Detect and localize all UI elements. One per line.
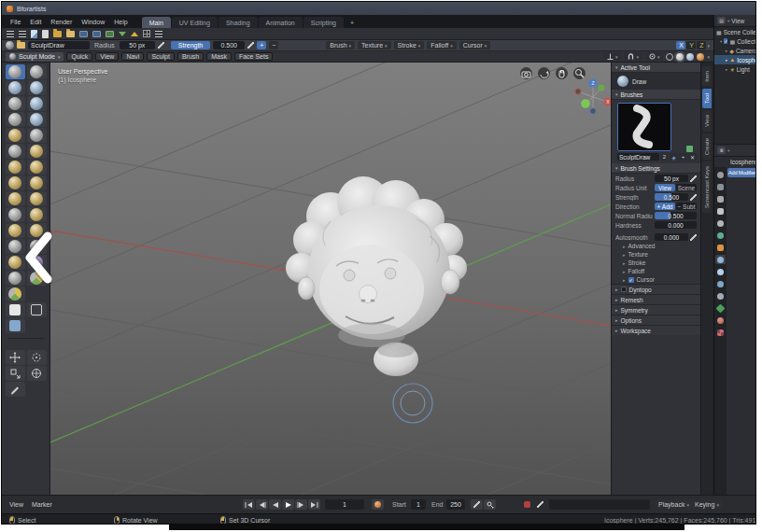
- save-file-icon[interactable]: [79, 31, 88, 37]
- brush-users-count[interactable]: 2: [660, 153, 669, 161]
- brush-draw[interactable]: [6, 64, 25, 79]
- camera-expand-icon[interactable]: ▸: [726, 49, 727, 53]
- overflow-menu-icon[interactable]: [155, 31, 162, 37]
- properties-tab-view-layer[interactable]: [715, 206, 726, 216]
- brush-clay[interactable]: [6, 80, 25, 95]
- brush-flatten[interactable]: [6, 144, 25, 159]
- active-tool-brush[interactable]: Draw: [612, 73, 700, 90]
- cursor-subsection[interactable]: ✓Cursor: [612, 275, 700, 284]
- sidebar-tab-create[interactable]: Create: [702, 133, 712, 160]
- hardness-field[interactable]: 0.000: [655, 221, 697, 229]
- orbit-view-button[interactable]: [538, 67, 550, 79]
- sidebar-tab-view[interactable]: View: [702, 110, 712, 132]
- brush-preview-image[interactable]: [617, 103, 671, 151]
- sidebar-tab-screencast-keys[interactable]: Screencast Keys: [702, 161, 712, 213]
- open-file-icon[interactable]: [42, 30, 49, 38]
- editor-dropdown-icon[interactable]: ▾: [727, 19, 729, 23]
- outliner-editor-icon[interactable]: ▤: [717, 17, 726, 24]
- radius-pressure-icon[interactable]: [158, 42, 164, 49]
- workspace-tab-uv-editing[interactable]: UV Editing: [172, 17, 218, 28]
- brush-pinch[interactable]: [6, 175, 25, 190]
- cursor-checkbox[interactable]: ✓: [628, 277, 634, 283]
- file-menu-icon[interactable]: [19, 31, 26, 37]
- play-reverse-button[interactable]: [269, 499, 281, 510]
- properties-tab-world[interactable]: [715, 231, 726, 240]
- texture-menu[interactable]: Texture: [358, 41, 390, 49]
- camera-view-button[interactable]: [520, 67, 532, 79]
- sidebar-tab-tool[interactable]: Tool: [702, 89, 712, 108]
- export-icon[interactable]: [131, 32, 138, 36]
- symmetry-z-toggle[interactable]: Z: [697, 41, 706, 49]
- tab-mask[interactable]: Mask: [206, 52, 232, 61]
- tool-rotate[interactable]: [27, 350, 47, 365]
- solid-shading-icon[interactable]: [676, 53, 684, 61]
- brush-elastic-deform[interactable]: [6, 191, 25, 206]
- workspace-section-header[interactable]: Workspace: [612, 325, 700, 335]
- wireframe-shading-icon[interactable]: [666, 53, 673, 61]
- strength-slider[interactable]: Strength: [171, 41, 210, 49]
- properties-tab-object[interactable]: [715, 243, 726, 252]
- tool-scale[interactable]: [6, 366, 25, 381]
- symmetry-x-toggle[interactable]: X: [676, 41, 685, 49]
- outliner-light[interactable]: ▸ ☀ Light: [714, 64, 756, 74]
- tool-annotate[interactable]: [6, 382, 25, 397]
- timeline-view-menu[interactable]: View: [9, 501, 23, 508]
- autosmooth-pressure-icon[interactable]: [690, 234, 697, 241]
- active-tool-section-header[interactable]: Active Tool: [612, 63, 700, 73]
- tool-transform[interactable]: [27, 366, 47, 381]
- properties-tab-material[interactable]: [715, 315, 726, 325]
- sidebar-tab-item[interactable]: Item: [702, 66, 712, 87]
- mode-selector[interactable]: Sculpt Mode: [6, 52, 64, 62]
- workspace-tab-shading[interactable]: Shading: [219, 17, 258, 28]
- radius-pressure-icon[interactable]: [690, 175, 697, 182]
- tool-color-filter[interactable]: [6, 287, 25, 301]
- previous-keyframe-button[interactable]: [256, 499, 268, 510]
- cursor-menu[interactable]: Cursor: [459, 41, 491, 49]
- properties-tab-render[interactable]: [715, 182, 726, 191]
- keying-set-edit-button[interactable]: [534, 499, 546, 510]
- collection-expand-icon[interactable]: ▾: [720, 39, 722, 44]
- pan-view-button[interactable]: [556, 67, 568, 79]
- import-icon[interactable]: [119, 32, 126, 36]
- outliner-scene-collection[interactable]: ▦ Scene Collection: [714, 27, 756, 36]
- outliner-icosphere[interactable]: ▸ ▲ Icosphere: [714, 55, 756, 64]
- workspace-tab-main[interactable]: Main: [142, 17, 171, 28]
- gizmo-y-neg-axis[interactable]: [581, 99, 590, 108]
- brushes-section-header[interactable]: Brushes: [612, 90, 700, 100]
- brush-name-field[interactable]: SculptDraw: [28, 41, 90, 49]
- brush-id-name-field[interactable]: SculptDraw: [617, 153, 659, 161]
- radius-field[interactable]: 50 px: [120, 41, 155, 49]
- menu-window[interactable]: Window: [77, 19, 109, 25]
- strength-pressure-icon[interactable]: [690, 194, 697, 201]
- brush-settings-section-header[interactable]: Brush Settings: [612, 163, 700, 174]
- dyntopo-section-header[interactable]: Dyntopo: [612, 284, 700, 294]
- falloff-menu[interactable]: Falloff: [427, 41, 456, 49]
- dyntopo-checkbox[interactable]: [621, 287, 627, 292]
- properties-tab-tool[interactable]: [715, 170, 726, 179]
- sculpted-head-mesh[interactable]: [286, 176, 467, 376]
- start-frame-field[interactable]: 1: [411, 499, 426, 510]
- tab-navi[interactable]: Navi: [121, 52, 144, 61]
- collection-checkbox[interactable]: ✓: [724, 38, 727, 44]
- gizmo-y-axis[interactable]: [599, 85, 605, 91]
- unlink-brush-button[interactable]: ✕: [688, 153, 697, 161]
- properties-tab-particles[interactable]: [715, 267, 726, 276]
- properties-tab-modifiers[interactable]: [715, 255, 726, 264]
- normal-radius-field[interactable]: 0.500: [655, 212, 697, 219]
- outliner-view-menu[interactable]: View: [731, 18, 744, 24]
- falloff-subsection[interactable]: Falloff: [612, 267, 700, 275]
- browse-brush-icon[interactable]: [17, 42, 25, 49]
- tool-box-mask[interactable]: [6, 302, 25, 317]
- tab-quick[interactable]: Quick: [66, 52, 92, 61]
- brush-pose[interactable]: [27, 207, 47, 222]
- tab-view[interactable]: View: [95, 52, 119, 61]
- auto-keying-record-button[interactable]: [521, 499, 533, 510]
- icosphere-expand-icon[interactable]: ▸: [726, 58, 727, 63]
- playback-dropdown[interactable]: Playback: [655, 499, 693, 510]
- brush-inflate[interactable]: [6, 112, 25, 127]
- tab-face-sets[interactable]: Face Sets: [234, 52, 274, 61]
- autokey-toggle[interactable]: [372, 499, 384, 510]
- fake-user-icon[interactable]: ◈: [670, 153, 678, 161]
- editors-menu-icon[interactable]: [7, 31, 14, 37]
- rendered-shading-icon[interactable]: [697, 53, 704, 61]
